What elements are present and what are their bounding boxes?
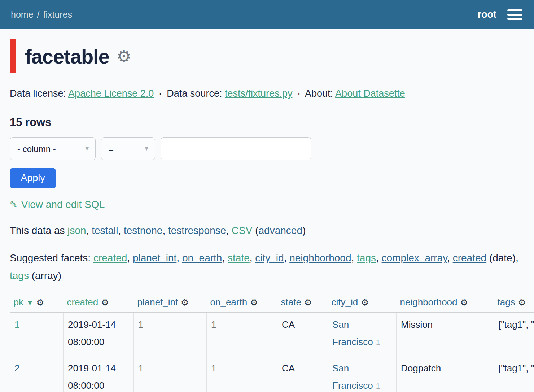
user-menu-link[interactable]: root	[478, 9, 496, 20]
cell-value: Dogpatch	[401, 363, 441, 374]
data-table-wrapper: pk▼⚙ created⚙ planet_int⚙ on_earth⚙ stat…	[10, 295, 534, 392]
column-gear-icon[interactable]: ⚙	[181, 297, 189, 307]
column-gear-icon[interactable]: ⚙	[101, 297, 109, 307]
column-sort-link-state[interactable]: state	[281, 297, 301, 308]
facet-link-state[interactable]: state	[228, 252, 250, 263]
export-link-advanced[interactable]: advanced	[259, 225, 302, 236]
cell-pk: 2	[10, 356, 64, 392]
facet-separator: ,	[127, 252, 133, 263]
about-link[interactable]: About Datasette	[335, 88, 405, 99]
cell-value: 2019-01-14 08:00:00	[68, 363, 116, 391]
facet-separator: ,	[351, 252, 357, 263]
cell-created: 2019-01-14 08:00:00	[64, 356, 134, 392]
breadcrumb-separator: /	[37, 9, 40, 19]
metadata-dot: ·	[297, 88, 301, 99]
export-separator: ,	[226, 225, 232, 236]
column-header-pk: pk▼⚙	[10, 295, 64, 313]
cell-pk: 1	[10, 313, 64, 356]
table-row: 1 2019-01-14 08:00:00 1 1 CA San Francis…	[10, 313, 534, 356]
hamburger-menu-icon[interactable]	[507, 9, 522, 20]
column-gear-icon[interactable]: ⚙	[250, 297, 258, 307]
column-sort-link-tags[interactable]: tags	[498, 297, 515, 308]
filter-column-select[interactable]: - column -	[10, 137, 96, 160]
export-separator: ,	[118, 225, 124, 236]
nav-right: root	[478, 9, 522, 20]
cell-created: 2019-01-14 08:00:00	[64, 313, 134, 356]
export-separator: (	[252, 225, 258, 236]
row-pk-link[interactable]: 2	[14, 363, 19, 374]
export-link-testresponse[interactable]: testresponse	[168, 225, 226, 236]
column-sort-link-neighborhood[interactable]: neighborhood	[400, 297, 458, 308]
data-table: pk▼⚙ created⚙ planet_int⚙ on_earth⚙ stat…	[10, 295, 534, 392]
export-link-testnone[interactable]: testnone	[124, 225, 162, 236]
cell-tags: ["tag1", "tag2"]	[494, 313, 534, 356]
cell-value: 1	[138, 363, 143, 374]
facet-link-tags-array[interactable]: tags	[10, 270, 29, 281]
export-link-testall[interactable]: testall	[92, 225, 118, 236]
column-header-neighborhood: neighborhood⚙	[397, 295, 494, 313]
row-pk-link[interactable]: 1	[14, 319, 19, 330]
cell-value: 1	[211, 363, 216, 374]
facet-separator: (date),	[486, 252, 518, 263]
row-count-heading: 15 rows	[10, 116, 523, 129]
column-header-city-id: city_id⚙	[328, 295, 397, 313]
export-link-json[interactable]: json	[67, 225, 86, 236]
cell-state: CA	[277, 356, 328, 392]
source-link[interactable]: tests/fixtures.py	[225, 88, 293, 99]
column-gear-icon[interactable]: ⚙	[304, 297, 312, 307]
metadata-dot: ·	[159, 88, 162, 99]
filter-column-select-wrap: - column - ▼	[10, 137, 96, 160]
column-gear-icon[interactable]: ⚙	[460, 297, 468, 307]
column-sort-link-city-id[interactable]: city_id	[332, 297, 358, 308]
license-link[interactable]: Apache License 2.0	[68, 88, 154, 99]
table-header-row: pk▼⚙ created⚙ planet_int⚙ on_earth⚙ stat…	[10, 295, 534, 313]
export-links-line: This data as json, testall, testnone, te…	[10, 225, 523, 236]
column-sort-link-created[interactable]: created	[67, 297, 99, 308]
filter-value-input[interactable]	[161, 137, 311, 160]
column-gear-icon[interactable]: ⚙	[36, 297, 44, 307]
cell-value: 1	[138, 319, 143, 330]
facet-link-city-id[interactable]: city_id	[255, 252, 284, 263]
table-settings-gear-icon[interactable]: ⚙	[117, 48, 131, 65]
column-gear-icon[interactable]: ⚙	[518, 297, 526, 307]
cell-planet-int: 1	[134, 356, 207, 392]
facet-separator: ,	[176, 252, 182, 263]
apply-button[interactable]: Apply	[10, 168, 56, 188]
cell-value: ["tag1", "tag3"]	[498, 363, 534, 374]
column-sort-link-on-earth[interactable]: on_earth	[210, 297, 248, 308]
cell-city-id: San Francisco1	[328, 313, 397, 356]
facet-link-complex-array[interactable]: complex_array	[382, 252, 447, 263]
cell-value: CA	[282, 363, 295, 374]
cell-value: ["tag1", "tag2"]	[498, 319, 534, 330]
table-row: 2 2019-01-14 08:00:00 1 1 CA San Francis…	[10, 356, 534, 392]
facet-separator: ,	[284, 252, 290, 263]
export-separator: ,	[86, 225, 92, 236]
edit-sql-line: ✎View and edit SQL	[10, 199, 523, 210]
facet-link-created[interactable]: created	[93, 252, 127, 263]
column-sort-link-pk[interactable]: pk	[14, 297, 23, 308]
suggested-facets-line: Suggested facets: created, planet_int, o…	[10, 249, 522, 284]
facet-link-tags[interactable]: tags	[357, 252, 376, 263]
city-link[interactable]: San Francisco	[332, 363, 373, 391]
filter-operator-select-wrap: = ▼	[101, 137, 155, 160]
license-label: Data license:	[10, 88, 66, 99]
filter-operator-select[interactable]: =	[101, 137, 155, 160]
breadcrumb-home-link[interactable]: home	[11, 9, 34, 19]
cell-tags: ["tag1", "tag3"]	[494, 356, 534, 392]
city-link[interactable]: San Francisco	[332, 319, 373, 347]
column-gear-icon[interactable]: ⚙	[361, 297, 369, 307]
column-header-created: created⚙	[64, 295, 134, 313]
breadcrumb-current-link[interactable]: fixtures	[43, 9, 73, 19]
facet-link-neighborhood[interactable]: neighborhood	[289, 252, 351, 263]
city-id-number: 1	[376, 338, 380, 347]
export-link-csv[interactable]: CSV	[232, 225, 253, 236]
facet-link-planet-int[interactable]: planet_int	[133, 252, 176, 263]
column-header-state: state⚙	[277, 295, 328, 313]
facet-link-on-earth[interactable]: on_earth	[182, 252, 222, 263]
about-label: About:	[305, 88, 333, 99]
facet-link-created-date[interactable]: created	[453, 252, 486, 263]
column-sort-link-planet-int[interactable]: planet_int	[137, 297, 178, 308]
title-row: facetable ⚙	[10, 39, 523, 74]
city-id-number: 1	[376, 382, 380, 391]
view-edit-sql-link[interactable]: View and edit SQL	[21, 199, 105, 210]
